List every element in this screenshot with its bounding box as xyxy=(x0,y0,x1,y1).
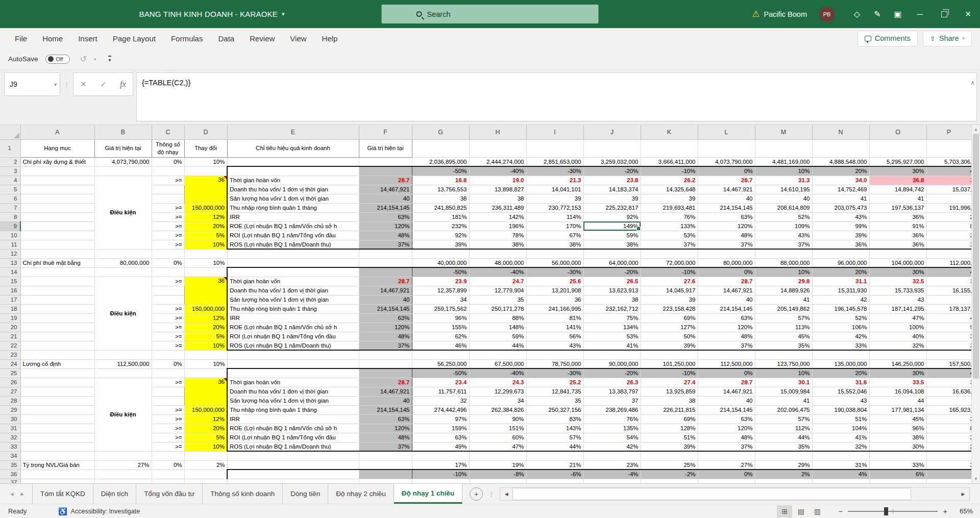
cell-L1[interactable] xyxy=(698,139,755,157)
cell-I13[interactable]: 56,000,000 xyxy=(526,258,583,267)
cell-A34[interactable] xyxy=(20,451,94,460)
cell-I8[interactable]: 114% xyxy=(526,212,583,221)
ribbon-tab-view[interactable]: View xyxy=(282,30,314,47)
cell-J31[interactable]: 135% xyxy=(583,424,641,433)
cell-J33[interactable]: 42% xyxy=(583,442,641,451)
cell-H20[interactable]: 148% xyxy=(469,323,526,332)
cell-D26[interactable]: 36 xyxy=(184,378,227,405)
cell-M7[interactable]: 208,614,809 xyxy=(755,203,812,212)
cell-L4[interactable]: 28.7 xyxy=(698,176,755,185)
cell-O22[interactable]: 32% xyxy=(869,341,926,350)
cell-A8[interactable] xyxy=(20,212,94,221)
cell-P31[interactable]: 88% xyxy=(926,424,971,433)
cell-D20[interactable]: 20% xyxy=(184,323,227,332)
cell-A28[interactable] xyxy=(20,396,94,405)
cell-C24[interactable]: 0% xyxy=(152,359,184,368)
cell-I22[interactable]: 43% xyxy=(526,341,583,350)
cell-B36[interactable] xyxy=(94,470,152,479)
cell-A13[interactable]: Chi phí thuê mặt bằng xyxy=(20,258,94,267)
cell-C2[interactable]: 0% xyxy=(152,157,184,166)
cell-A7[interactable] xyxy=(20,203,94,212)
cell-L27[interactable]: 14,467,921 xyxy=(698,387,755,396)
cell-H13[interactable]: 48,000,000 xyxy=(469,258,526,267)
cell-D14[interactable] xyxy=(184,267,227,277)
cell-C8[interactable]: >= xyxy=(152,212,184,221)
cell-J37[interactable] xyxy=(583,479,641,483)
header-cell-E1[interactable]: Chỉ tiêu hiệu quả kinh doanh xyxy=(227,139,359,157)
cell-O4[interactable]: 36.8 xyxy=(869,176,926,185)
cell-A22[interactable] xyxy=(20,341,94,350)
cell-L17[interactable]: 40 xyxy=(698,295,755,304)
column-header-E[interactable]: E xyxy=(227,125,359,139)
cell-A31[interactable] xyxy=(20,424,94,433)
cell-G27[interactable]: 11,757,611 xyxy=(412,387,469,396)
cell-C28[interactable] xyxy=(152,396,184,405)
cell-C26[interactable]: >= xyxy=(152,378,184,387)
row-header-20[interactable]: 20 xyxy=(0,323,20,332)
cell-I19[interactable]: 81% xyxy=(526,313,583,323)
cell-G18[interactable]: 259,175,562 xyxy=(412,304,469,313)
cell-I30[interactable]: 83% xyxy=(526,414,583,424)
cell-M26[interactable]: 30.1 xyxy=(755,378,812,387)
cell-C30[interactable]: >= xyxy=(152,414,184,424)
cell-F24[interactable] xyxy=(359,359,412,368)
cell-K27[interactable]: 13,925,859 xyxy=(641,387,698,396)
ribbon-tab-review[interactable]: Review xyxy=(242,30,282,47)
cell-A19[interactable] xyxy=(20,313,94,323)
row-header-30[interactable]: 30 xyxy=(0,414,20,424)
cell-L26[interactable]: 28.7 xyxy=(698,378,755,387)
cell-N11[interactable]: 36% xyxy=(812,240,869,249)
cell-P15[interactable]: 34.0 xyxy=(926,277,971,286)
cell-I12[interactable] xyxy=(526,249,583,258)
cell-O26[interactable]: 33.5 xyxy=(869,378,926,387)
cell-N5[interactable]: 14,752,469 xyxy=(812,185,869,194)
sheet-nav-left-icon[interactable]: ◂ xyxy=(10,490,14,498)
cell-C23[interactable] xyxy=(152,350,184,359)
cell-N20[interactable]: 106% xyxy=(812,323,869,332)
cell-A12[interactable] xyxy=(20,249,94,258)
column-header-P[interactable]: P xyxy=(926,125,971,139)
cell-F35[interactable] xyxy=(359,460,412,470)
cell-E3[interactable] xyxy=(227,166,359,176)
cell-K26[interactable]: 27.4 xyxy=(641,378,698,387)
cell-N27[interactable]: 15,552,046 xyxy=(812,387,869,396)
accessibility-status[interactable]: ♿ Accessibility: Investigate xyxy=(58,507,140,515)
cell-G19[interactable]: 96% xyxy=(412,313,469,323)
cell-J17[interactable]: 38 xyxy=(583,295,641,304)
row-header-29[interactable]: 29 xyxy=(0,405,20,414)
cell-P5[interactable]: 15,037,016 xyxy=(926,185,971,194)
cell-C12[interactable] xyxy=(152,249,184,258)
cell-N16[interactable]: 15,311,930 xyxy=(812,286,869,295)
cell-D32[interactable]: 5% xyxy=(184,433,227,442)
row-header-25[interactable]: 25 xyxy=(0,368,20,378)
cell-N13[interactable]: 96,000,000 xyxy=(812,258,869,267)
cell-E16[interactable]: Doanh thu hòa vốn/ 1 đơn vị thời gian xyxy=(227,286,359,295)
cell-E11[interactable]: ROS (Lợi nhuận BQ 1 năm/Doanh thu) xyxy=(227,240,359,249)
cell-G31[interactable]: 159% xyxy=(412,424,469,433)
cell-G11[interactable]: 39% xyxy=(412,240,469,249)
account-name[interactable]: Pacific Boom xyxy=(764,10,807,18)
row-header-16[interactable]: 16 xyxy=(0,286,20,295)
cell-F12[interactable] xyxy=(359,249,412,258)
diamond-icon[interactable]: ◇ xyxy=(847,0,867,28)
cell-P28[interactable]: 46 xyxy=(926,396,971,405)
cell-H10[interactable]: 78% xyxy=(469,231,526,240)
cell-A26[interactable] xyxy=(20,378,94,387)
cell-G37[interactable] xyxy=(412,479,469,483)
cell-D36[interactable] xyxy=(184,470,227,479)
cell-I32[interactable]: 57% xyxy=(526,433,583,442)
cell-J8[interactable]: 92% xyxy=(583,212,641,221)
cell-L32[interactable]: 48% xyxy=(698,433,755,442)
cell-O17[interactable]: 43 xyxy=(869,295,926,304)
cell-E10[interactable]: ROI (Lợi nhuận BQ 1 năm/Tổng vốn đầu xyxy=(227,231,359,240)
cell-D34[interactable] xyxy=(184,451,227,460)
cell-F7[interactable]: 214,154,145 xyxy=(359,203,412,212)
cell-A14[interactable] xyxy=(20,267,94,277)
cell-C35[interactable]: 0% xyxy=(152,460,184,470)
pen-icon[interactable]: ✎ xyxy=(867,0,888,28)
cell-D19[interactable]: 12% xyxy=(184,313,227,323)
cell-L37[interactable] xyxy=(698,479,755,483)
select-all-corner[interactable] xyxy=(0,125,20,139)
cell-L36[interactable]: 0% xyxy=(698,470,755,479)
cell-E9[interactable]: ROE (Lợi nhuận BQ 1 năm/Vốn chủ sở h xyxy=(227,221,359,231)
